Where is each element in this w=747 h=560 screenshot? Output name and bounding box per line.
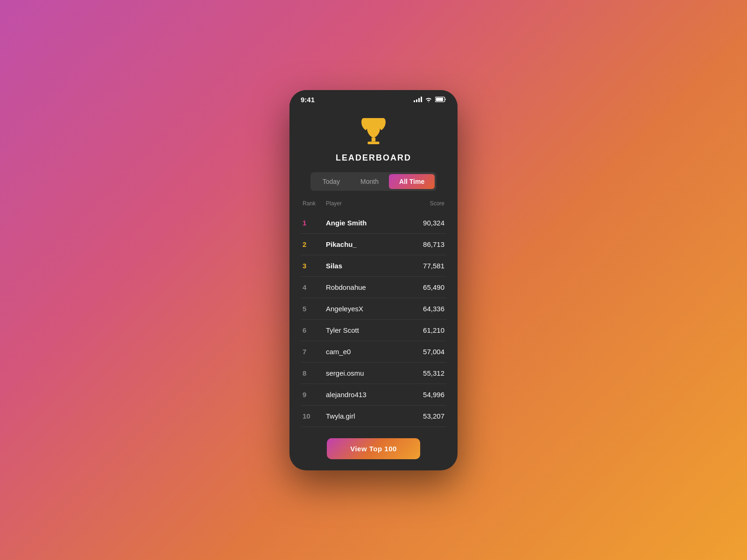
- table-row: 8 sergei.osmu 55,312: [301, 363, 446, 384]
- rank-6: 6: [303, 326, 326, 334]
- main-content: LEADERBOARD Today Month All Time Rank Pl…: [289, 107, 458, 470]
- col-rank-header: Rank: [303, 200, 326, 207]
- svg-rect-2: [372, 138, 375, 141]
- status-bar: 9:41: [289, 90, 458, 107]
- score-5: 64,336: [407, 305, 444, 313]
- rank-1: 1: [303, 219, 326, 227]
- table-row: 10 Twyla.girl 53,207: [301, 406, 446, 427]
- rank-3: 3: [303, 262, 326, 270]
- phone-frame: 9:41: [289, 90, 458, 470]
- score-6: 61,210: [407, 326, 444, 334]
- player-10: Twyla.girl: [326, 412, 407, 420]
- signal-icon: [414, 97, 422, 102]
- table-row: 4 Robdonahue 65,490: [301, 277, 446, 298]
- score-8: 55,312: [407, 369, 444, 377]
- table-row: 3 Silas 77,581: [301, 255, 446, 277]
- player-5: AngeleyesX: [326, 305, 407, 313]
- score-2: 86,713: [407, 240, 444, 248]
- battery-icon: [435, 97, 446, 102]
- player-9: alejandro413: [326, 391, 407, 399]
- table-row: 7 cam_e0 57,004: [301, 341, 446, 363]
- rank-9: 9: [303, 391, 326, 399]
- player-3: Silas: [326, 262, 407, 270]
- leaderboard-table: Rank Player Score 1 Angie Smith 90,324 2…: [301, 200, 446, 427]
- tab-group: Today Month All Time: [310, 172, 437, 191]
- score-3: 77,581: [407, 262, 444, 270]
- svg-rect-3: [367, 141, 379, 144]
- score-10: 53,207: [407, 412, 444, 420]
- tab-month[interactable]: Month: [350, 174, 389, 189]
- player-4: Robdonahue: [326, 283, 407, 291]
- table-row: 2 Pikachu_ 86,713: [301, 234, 446, 255]
- tab-today[interactable]: Today: [312, 174, 350, 189]
- rank-5: 5: [303, 305, 326, 313]
- player-7: cam_e0: [326, 348, 407, 356]
- rank-7: 7: [303, 348, 326, 356]
- rank-2: 2: [303, 240, 326, 248]
- table-row: 9 alejandro413 54,996: [301, 384, 446, 406]
- table-header: Rank Player Score: [301, 200, 446, 210]
- player-2: Pikachu_: [326, 240, 407, 248]
- rank-8: 8: [303, 369, 326, 377]
- page-title: LEADERBOARD: [336, 153, 411, 163]
- tab-all-time[interactable]: All Time: [389, 174, 435, 189]
- rank-4: 4: [303, 283, 326, 291]
- score-9: 54,996: [407, 391, 444, 399]
- score-1: 90,324: [407, 219, 444, 227]
- svg-rect-1: [436, 98, 443, 101]
- col-score-header: Score: [407, 200, 444, 207]
- view-top-100-button[interactable]: View Top 100: [327, 438, 420, 459]
- status-icons: [414, 97, 446, 102]
- rank-10: 10: [303, 412, 326, 420]
- score-4: 65,490: [407, 283, 444, 291]
- wifi-icon: [425, 97, 432, 102]
- score-7: 57,004: [407, 348, 444, 356]
- table-row: 5 AngeleyesX 64,336: [301, 298, 446, 320]
- col-player-header: Player: [326, 200, 407, 207]
- table-row: 1 Angie Smith 90,324: [301, 212, 446, 234]
- table-row: 6 Tyler Scott 61,210: [301, 320, 446, 341]
- status-time: 9:41: [301, 96, 315, 104]
- trophy-icon: [357, 115, 390, 153]
- player-6: Tyler Scott: [326, 326, 407, 334]
- player-8: sergei.osmu: [326, 369, 407, 377]
- player-1: Angie Smith: [326, 219, 407, 227]
